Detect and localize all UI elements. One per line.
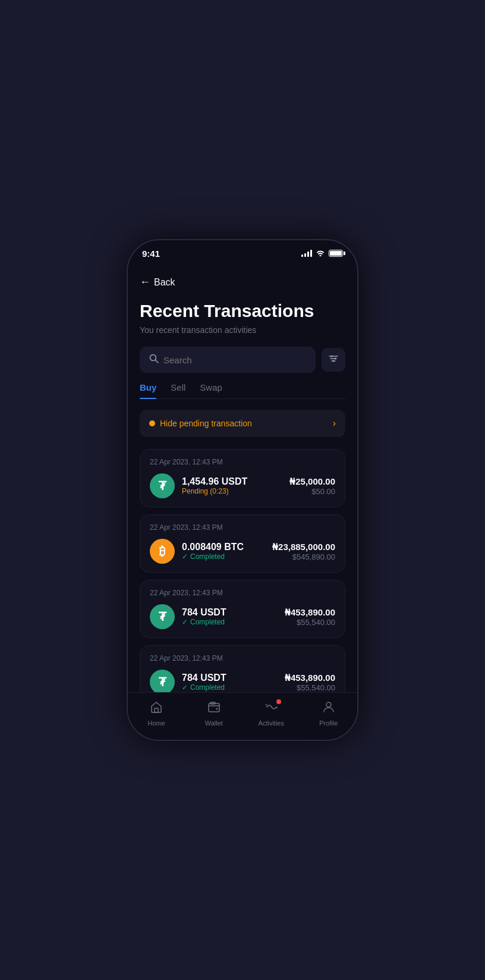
nav-item-activities[interactable]: Activities <box>242 701 300 727</box>
notch <box>198 240 287 258</box>
tx-right-4: ₦453,890.00 $55,540.00 <box>285 673 335 692</box>
tx-amount-3: 784 USDT <box>182 607 226 618</box>
pending-banner[interactable]: Hide pending transaction › <box>140 410 345 437</box>
tx-date-2: 22 Apr 2023, 12:43 PM <box>150 523 335 532</box>
tx-naira-3: ₦453,890.00 <box>285 607 335 618</box>
tx-info-3: 784 USDT ✓ Completed <box>182 607 226 626</box>
svg-point-14 <box>326 702 331 707</box>
tx-left-3: ₮ 784 USDT ✓ Completed <box>150 604 226 629</box>
nav-label-activities: Activities <box>259 720 284 727</box>
tab-swap[interactable]: Swap <box>200 382 222 398</box>
search-icon <box>149 354 159 366</box>
coin-icon-btc: ₿ <box>150 539 175 564</box>
tab-buy[interactable]: Buy <box>140 382 156 398</box>
filter-icon <box>328 353 339 366</box>
filter-button[interactable] <box>322 348 345 372</box>
tx-amount-4: 784 USDT <box>182 673 226 683</box>
nav-item-profile[interactable]: Profile <box>300 701 358 727</box>
signal-icon <box>301 250 312 257</box>
svg-rect-11 <box>209 703 219 712</box>
back-arrow-icon: ← <box>140 276 150 288</box>
status-icons <box>301 249 343 258</box>
pending-left: Hide pending transaction <box>149 419 252 428</box>
pending-text: Hide pending transaction <box>160 419 252 428</box>
search-bar[interactable] <box>140 347 316 373</box>
tx-info-2: 0.008409 BTC ✓ Completed <box>182 542 244 561</box>
nav-label-home: Home <box>148 720 165 727</box>
transaction-card-2[interactable]: 22 Apr 2023, 12:43 PM ₿ 0.008409 BTC ✓ C… <box>140 514 345 573</box>
back-button[interactable]: ← Back <box>140 276 345 288</box>
screen-content: 9:41 <box>128 240 357 740</box>
nav-label-profile: Profile <box>319 720 338 727</box>
status-time: 9:41 <box>142 249 160 259</box>
tx-row-2: ₿ 0.008409 BTC ✓ Completed ₦23,885,000.0… <box>150 539 335 564</box>
tx-status-4: ✓ Completed <box>182 683 226 692</box>
tx-info-4: 784 USDT ✓ Completed <box>182 673 226 692</box>
tx-right-1: ₦25,000.00 $50.00 <box>289 476 335 496</box>
pending-dot <box>149 420 155 426</box>
tx-status-3: ✓ Completed <box>182 618 226 626</box>
check-icon-3: ✓ <box>182 618 188 626</box>
tx-right-2: ₦23,885,000.00 $545,890.00 <box>272 542 335 561</box>
search-input[interactable] <box>163 355 306 365</box>
page-title: Recent Transactions <box>140 300 345 322</box>
tx-left-4: ₮ 784 USDT ✓ Completed <box>150 670 226 692</box>
transaction-card-4[interactable]: 22 Apr 2023, 12:43 PM ₮ 784 USDT ✓ Compl… <box>140 645 345 692</box>
tx-usd-2: $545,890.00 <box>272 552 335 561</box>
phone-shell: 9:41 <box>127 239 358 741</box>
activities-icon <box>264 701 278 717</box>
tx-status-2: ✓ Completed <box>182 552 244 561</box>
tx-left-2: ₿ 0.008409 BTC ✓ Completed <box>150 539 244 564</box>
tx-naira-1: ₦25,000.00 <box>289 476 335 487</box>
svg-point-13 <box>216 708 218 709</box>
home-icon <box>150 701 163 717</box>
check-icon-4: ✓ <box>182 683 188 692</box>
pending-chevron-icon: › <box>333 418 336 429</box>
activities-red-dot <box>276 699 281 704</box>
tx-row-4: ₮ 784 USDT ✓ Completed ₦453,890.00 $55,5… <box>150 670 335 692</box>
tx-usd-1: $50.00 <box>289 487 335 496</box>
tx-date-4: 22 Apr 2023, 12:43 PM <box>150 654 335 662</box>
svg-point-7 <box>333 360 335 362</box>
activities-wrapper <box>264 701 278 717</box>
tx-usd-4: $55,540.00 <box>285 683 335 692</box>
tx-info-1: 1,454.96 USDT Pending (0:23) <box>182 476 247 495</box>
svg-point-5 <box>331 356 333 357</box>
tx-right-3: ₦453,890.00 $55,540.00 <box>285 607 335 627</box>
tx-left-1: ₮ 1,454.96 USDT Pending (0:23) <box>150 473 247 498</box>
wifi-icon <box>316 249 325 258</box>
transaction-card-1[interactable]: 22 Apr 2023, 12:43 PM ₮ 1,454.96 USDT Pe… <box>140 449 345 507</box>
profile-icon <box>322 701 335 717</box>
check-icon-2: ✓ <box>182 552 188 561</box>
transaction-tabs: Buy Sell Swap <box>140 382 345 399</box>
svg-line-1 <box>156 360 159 363</box>
coin-icon-usdt-3: ₮ <box>150 604 175 629</box>
svg-point-6 <box>335 358 336 360</box>
tx-usd-3: $55,540.00 <box>285 618 335 627</box>
tx-row-3: ₮ 784 USDT ✓ Completed ₦453,890.00 $55,5… <box>150 604 335 629</box>
tx-naira-2: ₦23,885,000.00 <box>272 542 335 552</box>
tx-row-1: ₮ 1,454.96 USDT Pending (0:23) ₦25,000.0… <box>150 473 335 498</box>
tx-date-1: 22 Apr 2023, 12:43 PM <box>150 458 335 466</box>
tx-naira-4: ₦453,890.00 <box>285 673 335 683</box>
coin-icon-usdt-1: ₮ <box>150 473 175 498</box>
back-label: Back <box>154 277 175 288</box>
search-row <box>140 347 345 373</box>
tx-date-3: 22 Apr 2023, 12:43 PM <box>150 589 335 597</box>
page-subtitle: You recent transaction activities <box>140 325 345 335</box>
tx-amount-2: 0.008409 BTC <box>182 542 244 552</box>
nav-item-home[interactable]: Home <box>128 701 185 727</box>
scroll-area[interactable]: ← Back Recent Transactions You recent tr… <box>128 266 357 692</box>
bottom-nav: Home Wallet <box>128 692 357 740</box>
nav-item-wallet[interactable]: Wallet <box>185 701 243 727</box>
coin-icon-usdt-4: ₮ <box>150 670 175 692</box>
battery-icon <box>329 250 343 257</box>
tab-sell[interactable]: Sell <box>171 382 185 398</box>
nav-label-wallet: Wallet <box>205 720 223 727</box>
svg-rect-10 <box>155 708 158 712</box>
transaction-card-3[interactable]: 22 Apr 2023, 12:43 PM ₮ 784 USDT ✓ Compl… <box>140 580 345 638</box>
tx-amount-1: 1,454.96 USDT <box>182 476 247 487</box>
tx-status-1: Pending (0:23) <box>182 487 247 495</box>
wallet-icon <box>207 701 221 717</box>
